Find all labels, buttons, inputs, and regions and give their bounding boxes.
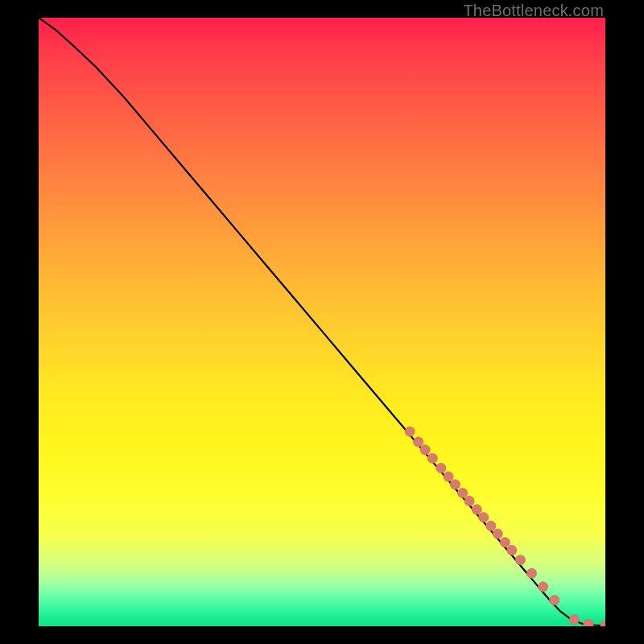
marker-dot — [444, 472, 453, 481]
marker-dot — [500, 537, 510, 547]
highlighted-points — [405, 427, 605, 626]
marker-dot — [405, 427, 415, 436]
marker-dot — [413, 437, 423, 447]
marker-dot — [507, 545, 517, 555]
marker-dot — [584, 619, 593, 626]
curve-path — [39, 18, 605, 625]
marker-dot — [420, 445, 430, 455]
plot-area — [39, 18, 605, 626]
marker-dot — [450, 480, 460, 489]
marker-dot — [457, 488, 467, 497]
marker-dot — [486, 521, 496, 530]
chart-container: TheBottleneck.com — [0, 0, 644, 644]
bottleneck-curve — [39, 18, 605, 625]
marker-dot — [569, 614, 579, 624]
marker-dot — [549, 595, 559, 605]
chart-svg — [39, 18, 605, 626]
marker-dot — [478, 512, 488, 522]
marker-dot — [515, 555, 525, 564]
marker-dot — [464, 496, 474, 506]
marker-dot — [538, 582, 547, 592]
marker-dot — [472, 505, 481, 514]
marker-dot — [601, 621, 605, 626]
marker-dot — [493, 529, 502, 539]
marker-dot — [427, 453, 437, 463]
marker-dot — [436, 463, 446, 473]
marker-dot — [526, 568, 536, 578]
